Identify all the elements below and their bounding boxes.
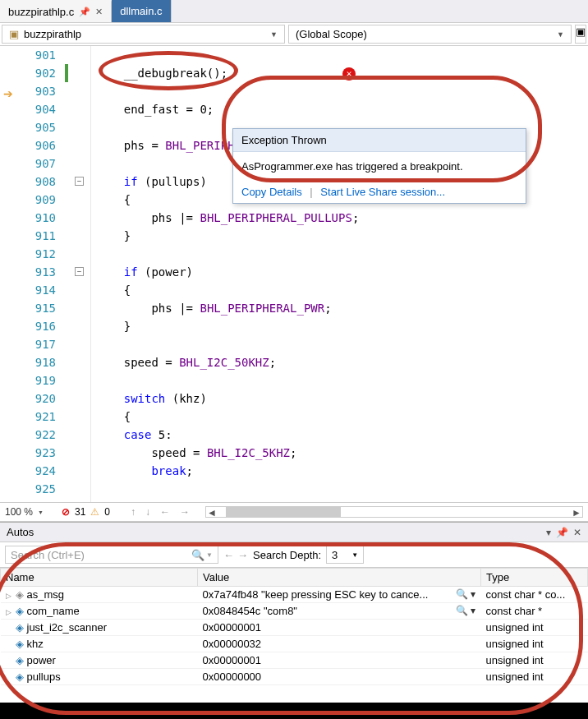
search-depth-label: Search Depth: [253, 549, 321, 561]
exception-title: Exception Thrown [233, 129, 526, 152]
next-icon[interactable]: → [237, 549, 248, 561]
fold-icon[interactable]: − [75, 267, 84, 276]
var-value: 0x0848454c "com8"🔍 ▾ [198, 603, 481, 620]
search-icon[interactable]: 🔍 [191, 549, 204, 561]
var-type: unsigned int [481, 620, 588, 636]
tab-label: buzzpirathlp.c [8, 6, 74, 18]
var-value: 0x00000032 [198, 636, 481, 652]
scope-file-label: buzzpirathlp [24, 28, 81, 40]
exception-message: AsProgrammer.exe has triggered a breakpo… [233, 152, 526, 181]
var-name: ◈pullups [1, 669, 198, 685]
var-name: ◈just_i2c_scanner [1, 620, 198, 636]
var-type: const char * co... [481, 587, 588, 603]
fold-icon[interactable]: − [75, 177, 84, 186]
table-row[interactable]: ▷◈com_name0x0848454c "com8"🔍 ▾const char… [1, 603, 588, 620]
pin-icon[interactable]: 📌 [556, 527, 568, 538]
var-value: 0x00000001 [198, 652, 481, 669]
copy-details-link[interactable]: Copy Details [241, 186, 302, 198]
chevron-down-icon: ▼ [557, 30, 564, 39]
change-bar [62, 46, 72, 502]
close-icon[interactable]: ✕ [573, 527, 581, 538]
var-name: ▷◈as_msg [1, 587, 198, 603]
nav-left-icon[interactable]: ← [160, 506, 170, 518]
table-row[interactable]: ◈khz0x00000032unsigned int [1, 636, 588, 652]
line-numbers: 901902903 904905906 907908909 910911912 … [15, 46, 62, 502]
col-name[interactable]: Name [1, 569, 198, 587]
table-row[interactable]: ◈pullups0x00000000unsigned int [1, 669, 588, 685]
var-name: ▷◈com_name [1, 603, 198, 620]
search-nav: ← → [223, 549, 248, 561]
horizontal-scrollbar[interactable]: ◄ ► [205, 506, 583, 518]
scope-function-selector[interactable]: (Global Scope) ▼ [288, 25, 572, 44]
var-name: ◈power [1, 652, 198, 669]
nav-up-icon[interactable]: ↑ [131, 506, 136, 518]
code-area[interactable]: __debugbreak(); end_fast = 0; phs = BHL_… [91, 46, 588, 502]
var-value: 0x00000001 [198, 620, 481, 636]
autos-title: Autos [7, 526, 546, 538]
editor-statusbar: 100 % ▼ ⊘ 31 ⚠ 0 ↑ ↓ ← → ◄ ► [0, 502, 588, 522]
chevron-down-icon: ▼ [270, 30, 278, 39]
var-type: unsigned int [481, 652, 588, 669]
tab-dllmain[interactable]: dllmain.c [112, 0, 171, 22]
table-row[interactable]: ◈power0x00000001unsigned int [1, 652, 588, 669]
current-line-arrow-icon: ➔ [3, 87, 13, 100]
var-value: 0x00000000 [198, 669, 481, 685]
var-type: unsigned int [481, 636, 588, 652]
error-count-icon[interactable]: ⊘ [62, 506, 70, 518]
pin-icon[interactable]: 📌 [79, 7, 90, 17]
table-row[interactable]: ▷◈as_msg0x7a74fb48 "keep pressing ESC ke… [1, 587, 588, 603]
exception-popup: Exception Thrown AsProgrammer.exe has tr… [232, 128, 526, 204]
chevron-down-icon[interactable]: ▼ [206, 551, 213, 559]
dropdown-icon[interactable]: ▾ [546, 527, 551, 538]
scope-file-selector[interactable]: ▣ buzzpirathlp ▼ [2, 25, 285, 44]
var-type: const char * [481, 603, 588, 620]
scope-extra-icon[interactable]: ▣ [575, 25, 586, 44]
exception-links: Copy Details | Start Live Share session.… [233, 181, 526, 203]
col-value[interactable]: Value [198, 569, 481, 587]
table-row[interactable]: ◈just_i2c_scanner0x00000001unsigned int [1, 620, 588, 636]
search-depth-select[interactable]: 3 ▼ [326, 546, 364, 564]
autos-search[interactable]: Search (Ctrl+E) 🔍 ▼ [5, 546, 218, 564]
code-editor: ➔ 901902903 904905906 907908909 91091191… [0, 46, 588, 502]
live-share-link[interactable]: Start Live Share session... [320, 186, 445, 198]
nav-right-icon[interactable]: → [180, 506, 190, 518]
nav-down-icon[interactable]: ↓ [145, 506, 150, 518]
chevron-down-icon: ▼ [351, 551, 358, 559]
zoom-level[interactable]: 100 % [5, 506, 33, 518]
scope-function-label: (Global Scope) [296, 28, 367, 40]
module-icon: ▣ [9, 28, 19, 40]
autos-table: Name Value Type ▷◈as_msg0x7a74fb48 "keep… [0, 568, 588, 685]
error-count: 31 [75, 506, 85, 518]
tab-buzzpirathlp[interactable]: buzzpirathlp.c 📌 ✕ [0, 0, 112, 22]
chevron-down-icon[interactable]: ▼ [38, 509, 44, 515]
var-name: ◈khz [1, 636, 198, 652]
warning-count-icon[interactable]: ⚠ [90, 506, 99, 518]
autos-panel: Autos ▾ 📌 ✕ Search (Ctrl+E) 🔍 ▼ ← → Sear… [0, 522, 588, 685]
fold-column: − − [72, 46, 90, 502]
prev-icon[interactable]: ← [223, 549, 234, 561]
var-value: 0x7a74fb48 "keep pressing ESC key to can… [198, 587, 481, 603]
warning-count: 0 [104, 506, 110, 518]
scope-bar: ▣ buzzpirathlp ▼ (Global Scope) ▼ ▣ [0, 23, 588, 46]
autos-toolbar: Search (Ctrl+E) 🔍 ▼ ← → Search Depth: 3 … [0, 542, 588, 568]
close-icon[interactable]: ✕ [95, 7, 103, 17]
editor-tabs: buzzpirathlp.c 📌 ✕ dllmain.c [0, 0, 588, 23]
autos-header: Autos ▾ 📌 ✕ [0, 523, 588, 542]
var-type: unsigned int [481, 669, 588, 685]
error-badge-icon: ✕ [342, 67, 356, 81]
tab-label: dllmain.c [120, 5, 162, 17]
col-type[interactable]: Type [481, 569, 588, 587]
search-placeholder: Search (Ctrl+E) [11, 549, 85, 561]
